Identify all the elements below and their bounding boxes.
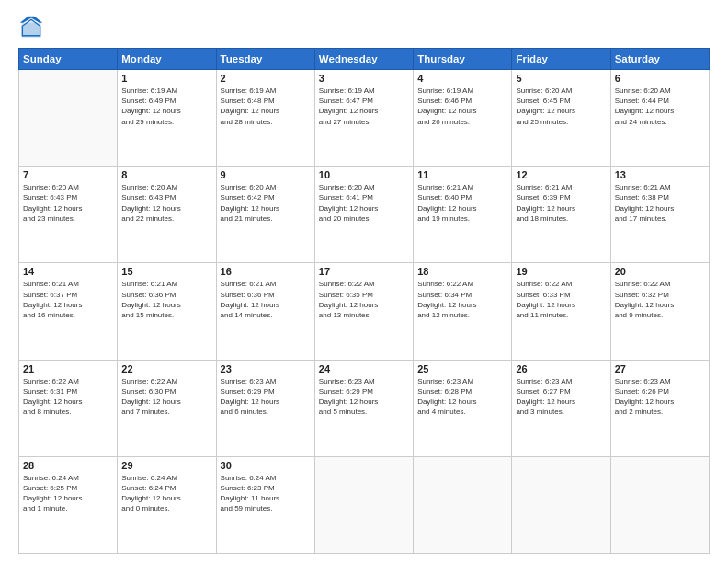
page: SundayMondayTuesdayWednesdayThursdayFrid… — [0, 0, 728, 563]
day-info: Sunrise: 6:21 AM Sunset: 6:39 PM Dayligh… — [516, 182, 606, 224]
calendar-cell: 4Sunrise: 6:19 AM Sunset: 6:46 PM Daylig… — [414, 70, 512, 167]
calendar-cell: 30Sunrise: 6:24 AM Sunset: 6:23 PM Dayli… — [216, 456, 314, 553]
day-info: Sunrise: 6:21 AM Sunset: 6:40 PM Dayligh… — [417, 182, 507, 224]
day-info: Sunrise: 6:24 AM Sunset: 6:25 PM Dayligh… — [23, 473, 113, 514]
day-info: Sunrise: 6:22 AM Sunset: 6:35 PM Dayligh… — [319, 279, 409, 320]
calendar-week-row: 21Sunrise: 6:22 AM Sunset: 6:31 PM Dayli… — [19, 360, 710, 456]
logo — [18, 15, 48, 40]
weekday-header-wednesday: Wednesday — [314, 49, 413, 70]
day-number: 21 — [23, 363, 113, 374]
header — [18, 15, 710, 40]
day-info: Sunrise: 6:23 AM Sunset: 6:26 PM Dayligh… — [615, 376, 705, 418]
day-info: Sunrise: 6:23 AM Sunset: 6:29 PM Dayligh… — [221, 376, 311, 418]
weekday-header-sunday: Sunday — [19, 49, 118, 70]
day-number: 10 — [319, 169, 409, 180]
calendar-cell: 27Sunrise: 6:23 AM Sunset: 6:26 PM Dayli… — [610, 360, 709, 456]
day-info: Sunrise: 6:23 AM Sunset: 6:28 PM Dayligh… — [417, 376, 507, 418]
day-info: Sunrise: 6:23 AM Sunset: 6:29 PM Dayligh… — [319, 376, 409, 418]
calendar-cell — [512, 456, 610, 553]
day-number: 29 — [121, 460, 211, 471]
day-number: 9 — [221, 169, 311, 180]
calendar-cell: 8Sunrise: 6:20 AM Sunset: 6:43 PM Daylig… — [118, 167, 216, 263]
day-number: 15 — [121, 266, 211, 277]
calendar-cell — [19, 70, 118, 167]
day-info: Sunrise: 6:22 AM Sunset: 6:33 PM Dayligh… — [516, 279, 606, 320]
day-number: 20 — [615, 266, 705, 277]
day-info: Sunrise: 6:19 AM Sunset: 6:46 PM Dayligh… — [417, 86, 507, 127]
day-number: 14 — [23, 266, 113, 277]
calendar-cell: 12Sunrise: 6:21 AM Sunset: 6:39 PM Dayli… — [512, 167, 610, 263]
calendar-cell — [414, 456, 512, 553]
calendar-cell: 15Sunrise: 6:21 AM Sunset: 6:36 PM Dayli… — [118, 263, 216, 360]
calendar-cell: 11Sunrise: 6:21 AM Sunset: 6:40 PM Dayli… — [414, 167, 512, 263]
calendar-table: SundayMondayTuesdayWednesdayThursdayFrid… — [18, 48, 710, 554]
day-info: Sunrise: 6:22 AM Sunset: 6:34 PM Dayligh… — [417, 279, 507, 320]
day-number: 3 — [319, 73, 409, 84]
day-info: Sunrise: 6:21 AM Sunset: 6:37 PM Dayligh… — [23, 279, 113, 320]
calendar-cell: 22Sunrise: 6:22 AM Sunset: 6:30 PM Dayli… — [118, 360, 216, 456]
calendar-cell: 21Sunrise: 6:22 AM Sunset: 6:31 PM Dayli… — [19, 360, 118, 456]
calendar-cell: 5Sunrise: 6:20 AM Sunset: 6:45 PM Daylig… — [512, 70, 610, 167]
calendar-week-row: 1Sunrise: 6:19 AM Sunset: 6:49 PM Daylig… — [19, 70, 710, 167]
day-number: 25 — [417, 363, 507, 374]
day-number: 23 — [221, 363, 311, 374]
calendar-header-row: SundayMondayTuesdayWednesdayThursdayFrid… — [19, 49, 710, 70]
day-info: Sunrise: 6:21 AM Sunset: 6:38 PM Dayligh… — [615, 182, 705, 224]
calendar-cell: 20Sunrise: 6:22 AM Sunset: 6:32 PM Dayli… — [610, 263, 709, 360]
day-info: Sunrise: 6:20 AM Sunset: 6:41 PM Dayligh… — [319, 182, 409, 224]
weekday-header-friday: Friday — [512, 49, 610, 70]
calendar-cell: 25Sunrise: 6:23 AM Sunset: 6:28 PM Dayli… — [414, 360, 512, 456]
day-number: 17 — [319, 266, 409, 277]
day-number: 1 — [121, 73, 211, 84]
day-info: Sunrise: 6:22 AM Sunset: 6:31 PM Dayligh… — [23, 376, 113, 418]
calendar-cell: 13Sunrise: 6:21 AM Sunset: 6:38 PM Dayli… — [610, 167, 709, 263]
calendar-cell — [610, 456, 709, 553]
day-number: 19 — [516, 266, 606, 277]
calendar-cell: 14Sunrise: 6:21 AM Sunset: 6:37 PM Dayli… — [19, 263, 118, 360]
calendar-cell: 18Sunrise: 6:22 AM Sunset: 6:34 PM Dayli… — [414, 263, 512, 360]
day-info: Sunrise: 6:22 AM Sunset: 6:32 PM Dayligh… — [615, 279, 705, 320]
day-info: Sunrise: 6:24 AM Sunset: 6:24 PM Dayligh… — [121, 473, 211, 514]
calendar-cell — [314, 456, 413, 553]
calendar-cell: 9Sunrise: 6:20 AM Sunset: 6:42 PM Daylig… — [216, 167, 314, 263]
calendar-cell: 24Sunrise: 6:23 AM Sunset: 6:29 PM Dayli… — [314, 360, 413, 456]
day-number: 27 — [615, 363, 705, 374]
day-info: Sunrise: 6:19 AM Sunset: 6:49 PM Dayligh… — [121, 86, 211, 127]
calendar-cell: 26Sunrise: 6:23 AM Sunset: 6:27 PM Dayli… — [512, 360, 610, 456]
day-info: Sunrise: 6:20 AM Sunset: 6:43 PM Dayligh… — [23, 182, 113, 224]
calendar-cell: 29Sunrise: 6:24 AM Sunset: 6:24 PM Dayli… — [118, 456, 216, 553]
day-info: Sunrise: 6:20 AM Sunset: 6:44 PM Dayligh… — [615, 86, 705, 127]
day-number: 12 — [516, 169, 606, 180]
day-info: Sunrise: 6:20 AM Sunset: 6:43 PM Dayligh… — [121, 182, 211, 224]
day-number: 22 — [121, 363, 211, 374]
day-number: 16 — [221, 266, 311, 277]
logo-icon — [18, 15, 44, 40]
day-number: 4 — [417, 73, 507, 84]
calendar-cell: 6Sunrise: 6:20 AM Sunset: 6:44 PM Daylig… — [610, 70, 709, 167]
calendar-cell: 3Sunrise: 6:19 AM Sunset: 6:47 PM Daylig… — [314, 70, 413, 167]
day-info: Sunrise: 6:22 AM Sunset: 6:30 PM Dayligh… — [121, 376, 211, 418]
calendar-cell: 7Sunrise: 6:20 AM Sunset: 6:43 PM Daylig… — [19, 167, 118, 263]
day-info: Sunrise: 6:21 AM Sunset: 6:36 PM Dayligh… — [121, 279, 211, 320]
day-number: 5 — [516, 73, 606, 84]
calendar-cell: 10Sunrise: 6:20 AM Sunset: 6:41 PM Dayli… — [314, 167, 413, 263]
day-number: 24 — [319, 363, 409, 374]
day-info: Sunrise: 6:20 AM Sunset: 6:42 PM Dayligh… — [221, 182, 311, 224]
calendar-cell: 1Sunrise: 6:19 AM Sunset: 6:49 PM Daylig… — [118, 70, 216, 167]
day-number: 28 — [23, 460, 113, 471]
calendar-cell: 17Sunrise: 6:22 AM Sunset: 6:35 PM Dayli… — [314, 263, 413, 360]
calendar-cell: 16Sunrise: 6:21 AM Sunset: 6:36 PM Dayli… — [216, 263, 314, 360]
day-number: 6 — [615, 73, 705, 84]
weekday-header-saturday: Saturday — [610, 49, 709, 70]
day-info: Sunrise: 6:23 AM Sunset: 6:27 PM Dayligh… — [516, 376, 606, 418]
calendar-cell: 2Sunrise: 6:19 AM Sunset: 6:48 PM Daylig… — [216, 70, 314, 167]
day-info: Sunrise: 6:24 AM Sunset: 6:23 PM Dayligh… — [221, 473, 311, 514]
calendar-week-row: 14Sunrise: 6:21 AM Sunset: 6:37 PM Dayli… — [19, 263, 710, 360]
day-number: 18 — [417, 266, 507, 277]
day-info: Sunrise: 6:19 AM Sunset: 6:48 PM Dayligh… — [221, 86, 311, 127]
day-info: Sunrise: 6:19 AM Sunset: 6:47 PM Dayligh… — [319, 86, 409, 127]
calendar-cell: 19Sunrise: 6:22 AM Sunset: 6:33 PM Dayli… — [512, 263, 610, 360]
calendar-cell: 23Sunrise: 6:23 AM Sunset: 6:29 PM Dayli… — [216, 360, 314, 456]
day-number: 8 — [121, 169, 211, 180]
calendar-cell: 28Sunrise: 6:24 AM Sunset: 6:25 PM Dayli… — [19, 456, 118, 553]
